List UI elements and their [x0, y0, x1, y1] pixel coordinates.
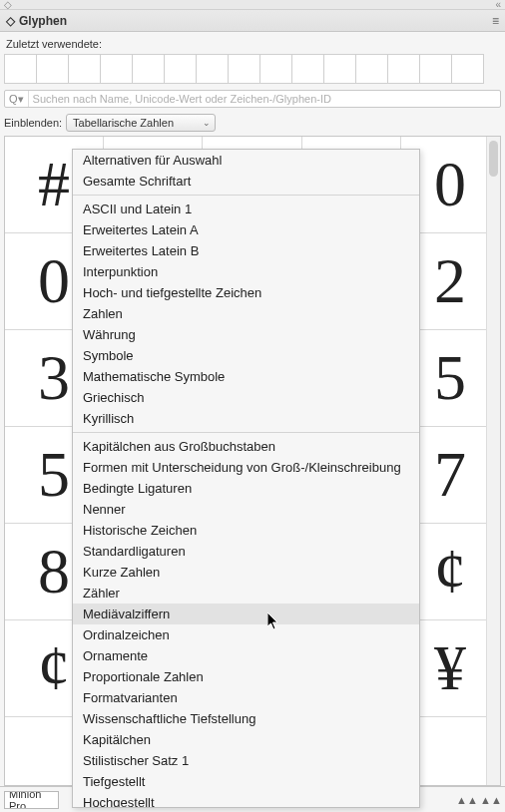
- collapse-icon[interactable]: «: [495, 0, 501, 10]
- menu-item[interactable]: Wissenschaftliche Tiefstellung: [73, 708, 419, 729]
- menu-item[interactable]: Gesamte Schriftart: [73, 171, 419, 192]
- menu-item[interactable]: Kapitälchen aus Großbuchstaben: [73, 436, 419, 457]
- recent-glyph-cell[interactable]: [4, 54, 37, 84]
- menu-item[interactable]: ASCII und Latein 1: [73, 199, 419, 219]
- menu-item[interactable]: Proportionale Zahlen: [73, 666, 419, 687]
- menu-item[interactable]: Hoch- und tiefgestellte Zeichen: [73, 282, 419, 303]
- menu-item[interactable]: Nenner: [73, 499, 419, 520]
- category-dropdown[interactable]: Tabellarische Zahlen ⌄: [66, 114, 216, 132]
- panel-title[interactable]: Glyphen: [19, 14, 67, 28]
- menu-item[interactable]: Ornamente: [73, 645, 419, 666]
- menu-item[interactable]: Ordinalzeichen: [73, 624, 419, 645]
- recent-glyph-cell[interactable]: [259, 54, 292, 84]
- chevron-down-icon: ⌄: [203, 118, 211, 128]
- recent-glyph-cell[interactable]: [419, 54, 452, 84]
- menu-item[interactable]: Kyrillisch: [73, 408, 419, 429]
- recent-glyph-cell[interactable]: [132, 54, 165, 84]
- menu-item[interactable]: Mediävalziffern: [73, 604, 419, 624]
- recent-glyph-cell[interactable]: [291, 54, 324, 84]
- recent-glyph-cell[interactable]: [387, 54, 420, 84]
- recent-glyph-cell[interactable]: [36, 54, 69, 84]
- recent-glyphs: [0, 54, 505, 88]
- panel-drag-bar[interactable]: ◇ «: [0, 0, 505, 10]
- tab-icon: ◇: [6, 14, 15, 28]
- filter-label: Einblenden:: [4, 117, 62, 129]
- glyphs-panel: ◇ « ◇ Glyphen ≡ Zuletzt verwendete: Q▾ E…: [0, 0, 505, 812]
- recent-glyph-cell[interactable]: [355, 54, 388, 84]
- menu-item[interactable]: Kapitälchen: [73, 729, 419, 750]
- menu-item[interactable]: Symbole: [73, 345, 419, 366]
- menu-separator: [73, 432, 419, 433]
- panel-menu-icon[interactable]: ≡: [492, 14, 499, 28]
- menu-item[interactable]: Zahlen: [73, 303, 419, 324]
- recent-glyph-cell[interactable]: [68, 54, 101, 84]
- zoom-in-icon[interactable]: ▲▲: [481, 792, 501, 808]
- recent-glyph-cell[interactable]: [196, 54, 229, 84]
- search-bar[interactable]: Q▾: [4, 90, 501, 108]
- menu-item[interactable]: Stilistischer Satz 1: [73, 750, 419, 771]
- search-input[interactable]: [29, 91, 500, 107]
- menu-item[interactable]: Zähler: [73, 583, 419, 604]
- category-selected: Tabellarische Zahlen: [73, 117, 174, 129]
- recent-glyph-cell[interactable]: [228, 54, 260, 84]
- scrollbar-thumb[interactable]: [489, 141, 498, 177]
- expand-icon[interactable]: ◇: [4, 0, 12, 10]
- menu-item[interactable]: Formatvarianten: [73, 687, 419, 708]
- menu-item[interactable]: Hochgestellt: [73, 792, 419, 808]
- recent-glyph-cell[interactable]: [323, 54, 356, 84]
- menu-item[interactable]: Griechisch: [73, 387, 419, 408]
- menu-item[interactable]: Kurze Zahlen: [73, 562, 419, 583]
- category-context-menu[interactable]: Alternativen für AuswahlGesamte Schrifta…: [72, 149, 420, 808]
- search-icon[interactable]: Q▾: [5, 91, 29, 107]
- font-name-field[interactable]: Minion Pro: [4, 791, 59, 809]
- menu-item[interactable]: Erweitertes Latein A: [73, 219, 419, 240]
- menu-item[interactable]: Interpunktion: [73, 261, 419, 282]
- scrollbar[interactable]: [486, 137, 500, 785]
- recent-label: Zuletzt verwendete:: [0, 32, 505, 54]
- menu-item[interactable]: Standardligaturen: [73, 541, 419, 562]
- menu-separator: [73, 195, 419, 196]
- menu-item[interactable]: Formen mit Unterscheidung von Groß-/Klei…: [73, 457, 419, 478]
- menu-item[interactable]: Historische Zeichen: [73, 520, 419, 541]
- recent-glyph-cell[interactable]: [451, 54, 484, 84]
- tab-bar: ◇ Glyphen ≡: [0, 10, 505, 32]
- menu-item[interactable]: Bedingte Ligaturen: [73, 478, 419, 499]
- menu-item[interactable]: Mathematische Symbole: [73, 366, 419, 387]
- menu-item[interactable]: Währung: [73, 324, 419, 345]
- filter-row: Einblenden: Tabellarische Zahlen ⌄: [0, 114, 505, 136]
- recent-glyph-cell[interactable]: [100, 54, 133, 84]
- menu-item[interactable]: Erweitertes Latein B: [73, 240, 419, 261]
- recent-glyph-cell[interactable]: [164, 54, 197, 84]
- menu-item[interactable]: Tiefgestellt: [73, 771, 419, 792]
- menu-item[interactable]: Alternativen für Auswahl: [73, 150, 419, 171]
- zoom-out-icon[interactable]: ▲▲: [457, 792, 477, 808]
